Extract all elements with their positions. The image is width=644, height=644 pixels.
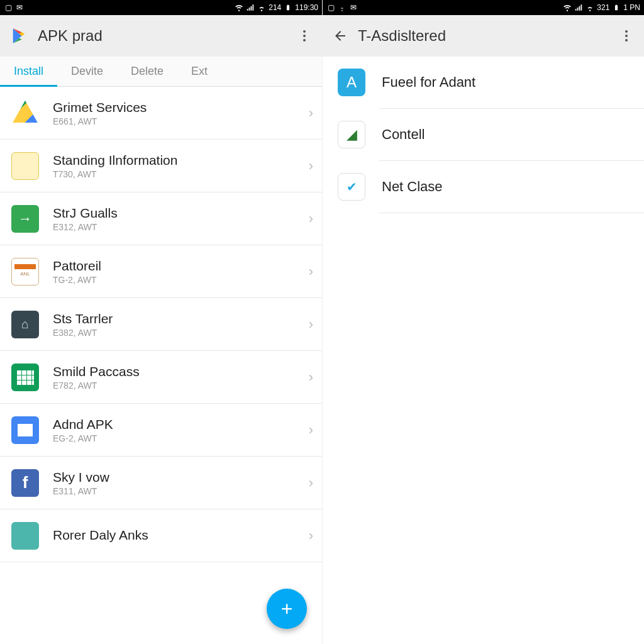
app-name: StrJ Gualls [53,206,118,221]
chevron-right-icon: › [309,422,313,438]
app-icon: → [11,205,39,233]
app-label: Net Clase [382,179,443,195]
appbar-right: T-Asdisltered [323,15,644,57]
play-store-icon [10,27,28,45]
list-item[interactable]: ANL Pattoreil TG-2, AWT › [0,245,322,298]
list-item[interactable]: ⌂ Sts Tarrler E382, AWT › [0,298,322,351]
app-name: Sky I vow [53,470,109,485]
app-name: Grimet Services [53,100,147,115]
overflow-menu-button[interactable] [297,28,312,43]
tab-devite[interactable]: Devite [57,57,117,86]
app-icon: ◢ [338,121,365,148]
chevron-right-icon: › [309,316,313,333]
phone-right: ▢ ✉ 321 1 PN T-Asdisltered A Fueel for A… [322,0,644,644]
list-item[interactable]: A Fueel for Adant [323,57,644,108]
plus-icon: + [281,597,293,621]
app-meta: TG-2, AWT [53,275,101,285]
simple-list: A Fueel for Adant◢ Contell✔ Net Clase [323,57,644,213]
list-item[interactable]: f Sky I vow E311, AWT › [0,457,322,509]
app-icon [11,152,39,180]
app-icon [11,522,39,550]
status-number: 214 [269,3,281,12]
chevron-right-icon: › [309,264,313,280]
tab-install[interactable]: Install [0,57,57,86]
app-name: Sts Tarrler [53,311,113,326]
wifi-small-icon [338,3,347,12]
chevron-right-icon: › [309,158,313,174]
app-name: Standing Ilnformation [53,153,177,168]
divider [379,213,644,213]
app-icon: ✔ [338,173,365,201]
app-icon: ⌂ [11,311,39,338]
list-item[interactable]: ✔ Net Clase [323,161,644,213]
statusbar-right: ▢ ✉ 321 1 PN [323,0,644,15]
app-icon [11,364,39,391]
app-name: Pattoreil [53,258,101,274]
phone-left: ▢ ✉ 214 119:30 APK prad InstallDeviteDel… [0,0,322,644]
signal-icon [574,3,583,12]
app-meta: E312, AWT [53,222,118,232]
wifi2-icon [586,3,594,12]
wifi2-icon [257,3,266,12]
tab-ext[interactable]: Ext [177,57,221,86]
app-label: Contell [382,126,425,143]
chevron-right-icon: › [309,528,313,544]
fab-add-button[interactable]: + [267,589,307,629]
app-name: Adnd APK [53,417,113,432]
app-name: Rorer Daly Anks [53,528,148,543]
app-label: Fueel for Adant [382,74,475,91]
app-meta: EG-2, AWT [53,433,113,443]
list-item[interactable]: Adnd APK EG-2, AWT › [0,404,322,457]
wifi-icon [235,3,243,12]
app-meta: E782, AWT [53,380,140,391]
list-item[interactable]: Smild Paccass E782, AWT › [0,351,322,404]
envelope-icon: ✉ [349,3,358,12]
tab-delete[interactable]: Delete [117,57,177,86]
back-button[interactable] [333,28,348,43]
app-meta: E382, AWT [53,328,113,338]
overflow-menu-button[interactable] [619,28,634,43]
status-time: 119:30 [295,3,318,12]
list-item[interactable]: Grimet Services E661, AWT › [0,87,322,140]
list-item[interactable]: ◢ Contell [323,109,644,160]
list-item[interactable]: Standing Ilnformation T730, AWT › [0,140,322,192]
statusbar-left: ▢ ✉ 214 119:30 [0,0,322,15]
list-item[interactable]: → StrJ Gualls E312, AWT › [0,192,322,245]
app-name: Smild Paccass [53,364,140,379]
chevron-right-icon: › [309,211,313,227]
app-icon [11,416,39,444]
app-meta: T730, AWT [53,169,177,179]
status-number: 321 [597,3,609,12]
appbar-title: APK prad [38,27,103,45]
status-time: 1 PN [623,3,640,12]
list-item[interactable]: Rorer Daly Anks › [0,509,322,562]
signal-icon [246,3,255,12]
app-icon: ANL [11,258,39,286]
app-icon: f [11,469,39,497]
appbar-title: T-Asdisltered [358,27,446,45]
app-icon: A [338,69,365,96]
download-icon: ▢ [4,3,13,12]
app-meta: E661, AWT [53,116,147,126]
chevron-right-icon: › [309,105,313,121]
tab-bar: InstallDeviteDeleteExt [0,57,322,87]
download-icon: ▢ [326,3,335,12]
battery-icon [612,3,621,12]
envelope-icon: ✉ [15,3,24,12]
battery-icon [284,3,292,12]
wifi-icon [563,3,572,12]
app-icon [11,99,39,127]
chevron-right-icon: › [309,369,313,386]
app-list: Grimet Services E661, AWT › Standing Iln… [0,87,322,562]
chevron-right-icon: › [309,475,313,491]
app-meta: E311, AWT [53,486,109,496]
appbar-left: APK prad [0,15,322,57]
